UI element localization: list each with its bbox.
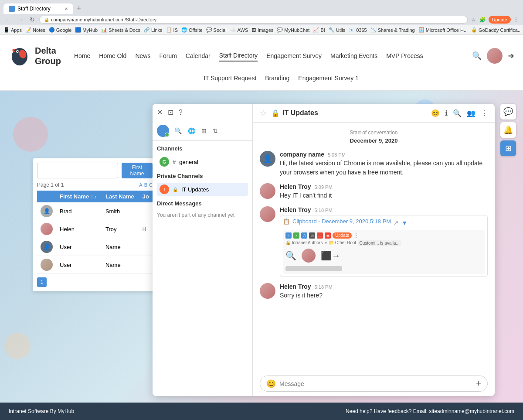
channel-it-updates[interactable]: ! 🔒 IT Updates [157, 183, 248, 196]
sidebar-search-btn[interactable]: 🔍 [173, 126, 183, 135]
chat-float-btn[interactable]: 💬 [500, 104, 516, 120]
nav-it-support[interactable]: IT Support Request [204, 73, 256, 83]
preview-search-icon[interactable]: 🔍 [285, 250, 296, 261]
nav-branding[interactable]: Branding [265, 73, 289, 83]
nav-home-old[interactable]: Home Old [99, 51, 126, 61]
col-avatar [37, 191, 56, 202]
bookmark-offsite[interactable]: 🌐 Offsite [181, 27, 203, 33]
grid-float-btn[interactable]: ⊞ [500, 140, 516, 156]
bookmark-myhubchat[interactable]: 💬 MyHubChat [277, 27, 309, 33]
conversation-start: Start of conversation [260, 130, 488, 136]
star-btn[interactable]: ☆ [260, 108, 267, 118]
nav-user-avatar[interactable] [487, 48, 503, 64]
staff-avatar-cell [37, 220, 56, 238]
col-last-name[interactable]: Last Name [102, 191, 139, 202]
page-num-1[interactable]: 1 [37, 277, 47, 287]
staff-alpha: A B C [139, 182, 153, 188]
col-jo[interactable]: Jo [139, 191, 153, 202]
bookmark-links[interactable]: 🔗 Links [144, 27, 163, 33]
sidebar-globe-btn[interactable]: 🌐 [187, 126, 196, 135]
nav-staff-directory[interactable]: Staff Directory [219, 50, 258, 61]
no-dm-text: You aren't part of any channel yet [157, 210, 248, 220]
table-row[interactable]: 👤 Brad Smith [37, 202, 153, 220]
bookmark-utils[interactable]: 🔧 Utils [329, 27, 345, 33]
address-bar[interactable]: 🔒 companyname.myhubintranet.com/Staff-Di… [39, 16, 468, 24]
table-row[interactable]: Helen Troy H [37, 220, 153, 238]
bookmark-btn[interactable]: ☆ [470, 16, 477, 24]
clipboard-expand-btn[interactable]: ▼ [401, 219, 408, 226]
logo-text: Delta Group [35, 45, 61, 66]
bookmark-shares[interactable]: 📉 Shares & Trading [370, 27, 415, 33]
staff-first-name: Brad [56, 202, 102, 220]
preview-icon-5: — [317, 232, 323, 239]
nav-marketing-events[interactable]: Marketing Events [330, 51, 377, 61]
chat-search-btn[interactable]: 🔍 [453, 109, 462, 117]
menu-btn[interactable]: ⋮ [513, 16, 520, 24]
emoji-action-btn[interactable]: 😊 [431, 109, 440, 117]
bookmark-myhub[interactable]: 🟦 MyHub [75, 27, 98, 33]
clipboard-message: 📋 Clipboard - December 9, 2020 5:18 PM ↗… [280, 215, 488, 277]
new-tab-btn[interactable]: + [73, 3, 85, 14]
bookmark-0365[interactable]: 📧 0365 [349, 27, 367, 33]
members-btn[interactable]: 👥 [467, 109, 475, 117]
more-options-btn[interactable]: ⋮ [481, 109, 488, 117]
sidebar-table-btn[interactable]: ⊞ [200, 126, 207, 135]
chat-lock-icon: 🔒 [271, 109, 280, 117]
bookmarks-bar: 📱 Apps 📝 Notes 🔵 Google 🟦 MyHub 📊 Sheets… [0, 25, 523, 35]
bookmark-bi[interactable]: 📈 BI [313, 27, 325, 33]
emoji-btn[interactable]: 😊 [266, 379, 276, 389]
message-item: Helen Troy 5:18 PM 📋 Clipboard - Decembe… [260, 206, 488, 277]
msg-header: Helen Troy 5:18 PM [280, 206, 488, 213]
sidebar-close-btn[interactable]: ✕ [157, 108, 163, 116]
nav-engagement-survey-1[interactable]: Engagement Survey 1 [298, 73, 359, 83]
preview-avatar-icon [302, 249, 316, 263]
add-attachment-btn[interactable]: + [476, 379, 481, 389]
preview-bm-1: 🔒 Intranet Authors [285, 240, 323, 246]
clipboard-link[interactable]: 📋 Clipboard - December 9, 2020 5:18 PM [283, 218, 391, 225]
bookmark-sheets[interactable]: 📊 Sheets & Docs [101, 27, 140, 33]
private-channels-title: Private Channels [157, 173, 248, 179]
table-row[interactable]: 👤 User Name [37, 238, 153, 256]
table-row[interactable]: User Name [37, 256, 153, 274]
channel-general[interactable]: G # general [157, 155, 248, 168]
bookmark-notes[interactable]: 📝 Notes [25, 27, 45, 33]
notifications-float-btn[interactable]: 🔔 [500, 122, 516, 138]
message-input[interactable] [279, 380, 472, 387]
clipboard-share-btn[interactable]: ↗ [394, 219, 399, 226]
bookmark-images[interactable]: 🖼 Images [251, 27, 273, 33]
staff-search-btn[interactable]: First Name [122, 163, 153, 178]
messages-panel: ✕ ⊡ ? 🔍 🌐 ⊞ ⇅ Channels [153, 104, 495, 396]
nav-calendar[interactable]: Calendar [186, 51, 211, 61]
bookmark-msoffice[interactable]: 🪟 Microsoft Office H... [418, 27, 468, 33]
nav-mvp-process[interactable]: MVP Process [386, 51, 423, 61]
bookmark-godaddy-cert[interactable]: 🔒 GoDaddy Certifica... [471, 27, 522, 33]
tab-close-btn[interactable]: ✕ [65, 7, 68, 11]
back-btn[interactable]: ← [3, 15, 13, 24]
nav-forum[interactable]: Forum [159, 51, 177, 61]
msg-content-company: company name 5:08 PM Hi, the latest vers… [280, 151, 488, 177]
sidebar-minimize-btn[interactable]: ⊡ [168, 108, 173, 116]
info-btn[interactable]: ℹ [445, 109, 448, 117]
sidebar-sort-btn[interactable]: ⇅ [212, 126, 219, 135]
refresh-btn[interactable]: ↻ [28, 15, 37, 24]
forward-btn[interactable]: → [16, 15, 25, 24]
nav-home[interactable]: Home [74, 51, 90, 61]
extensions-btn[interactable]: 🧩 [479, 16, 487, 24]
nav-news[interactable]: News [135, 51, 150, 61]
preview-icon-2: ✓ [293, 232, 299, 239]
nav-engagement-survey[interactable]: Engagement Survey [266, 51, 322, 61]
staff-avatar-user1: 👤 [41, 241, 53, 253]
browser-tab-active[interactable]: Staff Directory ✕ [3, 3, 73, 14]
sidebar-help-btn[interactable]: ? [179, 109, 183, 116]
staff-search-input[interactable] [37, 163, 118, 178]
bookmark-aws[interactable]: ☁️ AWS [230, 27, 248, 33]
bookmark-social[interactable]: 💬 Social [206, 27, 227, 33]
bookmark-google[interactable]: 🔵 Google [49, 27, 71, 33]
nav-search-btn[interactable]: 🔍 [472, 51, 482, 61]
update-btn[interactable]: Update [489, 16, 511, 24]
bookmark-apps[interactable]: 📱 Apps [3, 27, 22, 33]
nav-logout-btn[interactable]: ➜ [508, 51, 514, 61]
bookmark-is[interactable]: 📋 IS [166, 27, 178, 33]
preview-logout-icon[interactable]: ⬛→ [321, 250, 340, 261]
col-first-name[interactable]: First Name ↑ [56, 191, 102, 202]
